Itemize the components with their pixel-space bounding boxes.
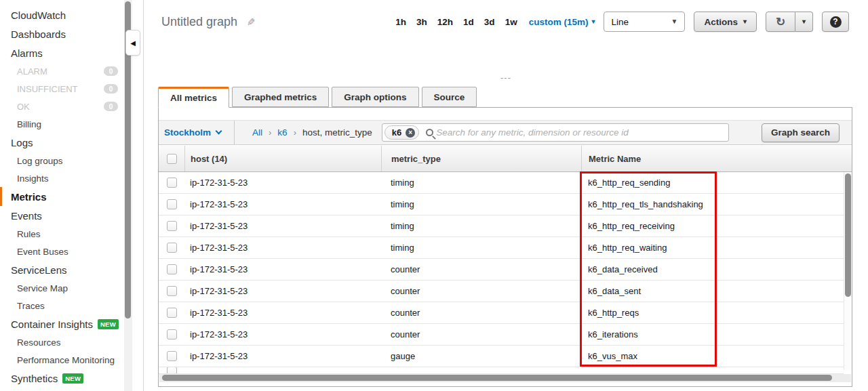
table-row[interactable]: ip-172-31-5-23timingk6_http_req_tls_hand…: [159, 194, 844, 215]
help-button[interactable]: ?: [822, 12, 849, 32]
sidebar-item-logs[interactable]: Logs: [0, 133, 124, 152]
sidebar-item-traces[interactable]: Traces: [0, 297, 124, 314]
sidebar-item-ok[interactable]: OK0: [0, 98, 124, 115]
column-header-metric-name[interactable]: Metric Name: [581, 146, 852, 171]
sidebar-scrollbar[interactable]: [124, 0, 132, 391]
table-row[interactable]: ip-172-31-5-23timingk6_http_req_receivin…: [159, 215, 844, 237]
breadcrumb-separator-icon: ›: [269, 127, 271, 138]
sidebar-item-cloudwatch[interactable]: CloudWatch: [0, 5, 124, 24]
time-range-3h[interactable]: 3h: [416, 17, 427, 27]
tab-graph-options[interactable]: Graph options: [332, 87, 418, 107]
sidebar-item-performance-monitoring[interactable]: Performance Monitoring: [0, 351, 124, 369]
sidebar-item-canaries[interactable]: Canaries: [0, 388, 124, 391]
row-checkbox[interactable]: [167, 243, 177, 253]
row-checkbox-cell: [159, 346, 184, 367]
sidebar-item-events[interactable]: Events: [0, 206, 124, 225]
row-checkbox[interactable]: [167, 178, 177, 188]
graph-type-value: Line: [611, 17, 671, 27]
search-tag: k6 ×: [384, 125, 419, 140]
row-host: ip-172-31-5-23: [184, 215, 381, 236]
sidebar-item-alarm[interactable]: ALARM0: [0, 62, 124, 80]
sidebar-item-metrics[interactable]: Metrics: [0, 187, 124, 206]
sidebar-item-service-map[interactable]: Service Map: [0, 279, 124, 297]
row-metric-name: k6_http_req_sending: [581, 172, 844, 193]
table-row[interactable]: ip-172-31-5-23timingk6_http_req_waiting: [159, 237, 844, 259]
metrics-panel: Stockholm All›k6›host, metric_type k6 × …: [158, 107, 852, 387]
breadcrumb-k6[interactable]: k6: [277, 127, 287, 138]
select-all-checkbox[interactable]: [167, 154, 177, 164]
sidebar-item-event-buses[interactable]: Event Buses: [0, 243, 124, 260]
sidebar-item-label: Service Map: [17, 283, 68, 293]
graph-type-select[interactable]: Line ▼: [604, 12, 685, 32]
search-tag-label: k6: [392, 127, 401, 138]
metric-search-box[interactable]: k6 ×: [382, 123, 729, 142]
tab-bar: All metricsGraphed metricsGraph optionsS…: [158, 87, 477, 107]
row-checkbox[interactable]: [167, 329, 177, 339]
refresh-button[interactable]: ↻: [766, 12, 795, 32]
time-range-3d[interactable]: 3d: [484, 17, 495, 27]
graph-search-button[interactable]: Graph search: [762, 123, 840, 142]
sidebar-item-resources[interactable]: Resources: [0, 333, 124, 351]
sidebar-item-label: Performance Monitoring: [17, 355, 115, 365]
column-header-host[interactable]: host (14): [184, 146, 381, 171]
edit-title-icon[interactable]: ✎: [247, 16, 256, 28]
table-row[interactable]: ip-172-31-5-23counterk6_iterations: [159, 324, 844, 346]
tab-source[interactable]: Source: [422, 87, 477, 107]
table-row[interactable]: ip-172-31-5-23counterk6_http_reqs: [159, 302, 844, 324]
row-host: ip-172-31-5-23: [184, 237, 381, 258]
breadcrumb-separator-icon: ›: [294, 127, 296, 138]
sidebar-item-dashboards[interactable]: Dashboards: [0, 24, 124, 43]
sidebar-item-rules[interactable]: Rules: [0, 225, 124, 243]
chevron-down-icon: ▾: [591, 18, 595, 25]
row-metric-type: timing: [381, 215, 581, 236]
time-range-1h[interactable]: 1h: [395, 17, 406, 27]
breadcrumb-all[interactable]: All: [252, 127, 262, 138]
search-input[interactable]: [436, 127, 724, 138]
table-header: host (14) metric_type Metric Name: [159, 146, 852, 172]
row-checkbox[interactable]: [167, 351, 177, 361]
filter-bar: Stockholm All›k6›host, metric_type k6 × …: [159, 120, 852, 145]
row-metric-type: timing: [381, 172, 581, 193]
tab-graphed-metrics[interactable]: Graphed metrics: [232, 87, 329, 107]
region-selector[interactable]: Stockholm: [159, 121, 235, 144]
sidebar-item-label: ServiceLens: [11, 264, 67, 276]
count-badge: 0: [104, 66, 118, 76]
sidebar-item-label: Events: [11, 210, 42, 222]
row-checkbox[interactable]: [167, 264, 177, 274]
time-range-1d[interactable]: 1d: [463, 17, 474, 27]
time-range-12h[interactable]: 12h: [437, 17, 453, 27]
sidebar-item-synthetics[interactable]: SyntheticsNEW: [0, 369, 124, 388]
table-row[interactable]: ip-172-31-5-23counterk6_data_sent: [159, 281, 844, 302]
tab-all-metrics[interactable]: All metrics: [158, 87, 229, 108]
count-badge: 0: [104, 84, 118, 94]
remove-tag-icon[interactable]: ×: [406, 128, 415, 138]
time-range-1w[interactable]: 1w: [505, 17, 517, 27]
sidebar-item-container-insights[interactable]: Container InsightsNEW: [0, 314, 124, 333]
sidebar-item-alarms[interactable]: Alarms: [0, 43, 124, 62]
row-metric-name: k6_iterations: [581, 324, 844, 345]
empty-graph-placeholder: ---: [144, 73, 868, 83]
column-header-metric-type[interactable]: metric_type: [381, 146, 581, 171]
sidebar-item-billing[interactable]: Billing: [0, 115, 124, 133]
table-row[interactable]: ip-172-31-5-23timingk6_http_req_sending: [159, 172, 844, 194]
row-checkbox[interactable]: [167, 286, 177, 296]
sidebar-item-insights[interactable]: Insights: [0, 169, 124, 187]
sidebar-item-servicelens[interactable]: ServiceLens: [0, 260, 124, 279]
sidebar-item-insufficient[interactable]: INSUFFICIENT0: [0, 80, 124, 98]
row-checkbox[interactable]: [167, 308, 177, 318]
table-row[interactable]: ip-172-31-5-23counterk6_data_received: [159, 259, 844, 281]
row-checkbox[interactable]: [167, 199, 177, 209]
row-metric-type: gauge: [381, 346, 581, 367]
custom-time-range-button[interactable]: custom (15m) ▾: [529, 17, 595, 27]
refresh-options-button[interactable]: ▾: [795, 12, 813, 32]
table-horizontal-scrollbar[interactable]: [159, 374, 851, 382]
table-vertical-scrollbar[interactable]: [844, 172, 852, 370]
horizontal-scrollbar-thumb[interactable]: [162, 375, 832, 381]
sidebar-item-label: CloudWatch: [11, 9, 66, 21]
vertical-scrollbar-thumb[interactable]: [845, 173, 851, 297]
sidebar-item-log-groups[interactable]: Log groups: [0, 152, 124, 169]
sidebar-collapse-button[interactable]: ◀: [125, 30, 140, 56]
row-checkbox[interactable]: [167, 221, 177, 231]
actions-button[interactable]: Actions ▾: [694, 12, 757, 32]
table-row[interactable]: ip-172-31-5-23gaugek6_vus_max: [159, 346, 844, 367]
